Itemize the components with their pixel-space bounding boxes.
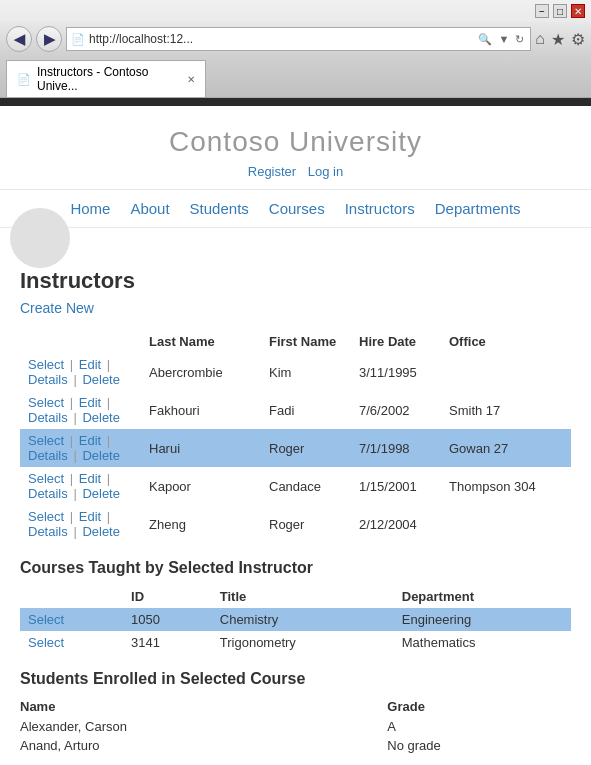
- tab-favicon: 📄: [17, 73, 31, 86]
- courses-actions-header: [20, 585, 123, 608]
- edit-link-4[interactable]: Edit: [79, 509, 101, 524]
- instructor-actions-4: Select | Edit | Details | Delete: [20, 505, 141, 543]
- login-link[interactable]: Log in: [308, 164, 343, 179]
- site-title: Contoso University: [0, 126, 591, 158]
- students-table: Name Grade Alexander, Carson A Anand, Ar…: [20, 696, 571, 755]
- nav-instructors[interactable]: Instructors: [345, 200, 415, 217]
- select-link-4[interactable]: Select: [28, 509, 64, 524]
- active-tab[interactable]: 📄 Instructors - Contoso Unive... ✕: [6, 60, 206, 97]
- forward-button[interactable]: ▶: [36, 26, 62, 52]
- address-bar[interactable]: 📄 http://localhost:12... 🔍 ▼ ↻: [66, 27, 531, 51]
- instructor-row-1: Select | Edit | Details | Delete Fakhour…: [20, 391, 571, 429]
- maximize-button[interactable]: □: [553, 4, 567, 18]
- page-content: Contoso University Register Log in Home …: [0, 106, 591, 765]
- instructor-row-2: Select | Edit | Details | Delete Harui R…: [20, 429, 571, 467]
- hiredate-3: 1/15/2001: [351, 467, 441, 505]
- details-link-0[interactable]: Details: [28, 372, 68, 387]
- toolbar-icons: ⌂ ★ ⚙: [535, 30, 585, 49]
- instructor-row-0: Select | Edit | Details | Delete Abercro…: [20, 353, 571, 391]
- nav-departments[interactable]: Departments: [435, 200, 521, 217]
- details-link-4[interactable]: Details: [28, 524, 68, 539]
- col-actions-header: [20, 330, 141, 353]
- instructor-actions-3: Select | Edit | Details | Delete: [20, 467, 141, 505]
- hiredate-4: 2/12/2004: [351, 505, 441, 543]
- delete-link-4[interactable]: Delete: [82, 524, 120, 539]
- edit-link-2[interactable]: Edit: [79, 433, 101, 448]
- details-link-3[interactable]: Details: [28, 486, 68, 501]
- delete-link-1[interactable]: Delete: [82, 410, 120, 425]
- col-student-name-header: Name: [20, 696, 387, 717]
- minimize-button[interactable]: −: [535, 4, 549, 18]
- nav-courses[interactable]: Courses: [269, 200, 325, 217]
- nav-students[interactable]: Students: [190, 200, 249, 217]
- col-office-header: Office: [441, 330, 571, 353]
- col-title-header: Title: [212, 585, 394, 608]
- address-search-icon[interactable]: 🔍: [476, 33, 494, 46]
- course-row-0: Select 1050 Chemistry Engineering: [20, 608, 571, 631]
- site-header: Contoso University Register Log in: [0, 106, 591, 189]
- student-grade-0: A: [387, 717, 571, 736]
- course-dept-1: Mathematics: [394, 631, 571, 654]
- lastname-4: Zheng: [141, 505, 261, 543]
- select-link-0[interactable]: Select: [28, 357, 64, 372]
- course-select-link-1[interactable]: Select: [28, 635, 64, 650]
- col-firstname-header: First Name: [261, 330, 351, 353]
- col-hiredate-header: Hire Date: [351, 330, 441, 353]
- delete-link-3[interactable]: Delete: [82, 486, 120, 501]
- instructor-row-4: Select | Edit | Details | Delete Zheng R…: [20, 505, 571, 543]
- select-link-1[interactable]: Select: [28, 395, 64, 410]
- nav-home[interactable]: Home: [70, 200, 110, 217]
- browser-chrome: − □ ✕ ◀ ▶ 📄 http://localhost:12... 🔍 ▼ ↻…: [0, 0, 591, 98]
- details-link-1[interactable]: Details: [28, 410, 68, 425]
- register-link[interactable]: Register: [248, 164, 296, 179]
- title-bar: − □ ✕: [0, 0, 591, 22]
- office-3: Thompson 304: [441, 467, 571, 505]
- student-name-1: Anand, Arturo: [20, 736, 387, 755]
- home-icon[interactable]: ⌂: [535, 30, 545, 48]
- delete-link-2[interactable]: Delete: [82, 448, 120, 463]
- create-new-link[interactable]: Create New: [20, 300, 94, 316]
- chrome-divider: [0, 98, 591, 106]
- circle-decoration: [0, 228, 591, 258]
- office-4: [441, 505, 571, 543]
- firstname-4: Roger: [261, 505, 351, 543]
- course-title-1: Trigonometry: [212, 631, 394, 654]
- firstname-1: Fadi: [261, 391, 351, 429]
- course-dept-0: Engineering: [394, 608, 571, 631]
- col-lastname-header: Last Name: [141, 330, 261, 353]
- student-name-0: Alexander, Carson: [20, 717, 387, 736]
- lastname-3: Kapoor: [141, 467, 261, 505]
- col-dept-header: Department: [394, 585, 571, 608]
- edit-link-1[interactable]: Edit: [79, 395, 101, 410]
- instructor-actions-0: Select | Edit | Details | Delete: [20, 353, 141, 391]
- select-link-3[interactable]: Select: [28, 471, 64, 486]
- details-link-2[interactable]: Details: [28, 448, 68, 463]
- edit-link-3[interactable]: Edit: [79, 471, 101, 486]
- favorites-icon[interactable]: ★: [551, 30, 565, 49]
- address-dropdown-icon[interactable]: ▼: [496, 33, 511, 46]
- office-1: Smith 17: [441, 391, 571, 429]
- edit-link-0[interactable]: Edit: [79, 357, 101, 372]
- nav-about[interactable]: About: [130, 200, 169, 217]
- select-link-2[interactable]: Select: [28, 433, 64, 448]
- delete-link-0[interactable]: Delete: [82, 372, 120, 387]
- settings-icon[interactable]: ⚙: [571, 30, 585, 49]
- address-text: http://localhost:12...: [89, 32, 472, 46]
- instructor-actions-2: Select | Edit | Details | Delete: [20, 429, 141, 467]
- tab-label: Instructors - Contoso Unive...: [37, 65, 181, 93]
- office-2: Gowan 27: [441, 429, 571, 467]
- hiredate-0: 3/11/1995: [351, 353, 441, 391]
- students-section-heading: Students Enrolled in Selected Course: [20, 670, 571, 688]
- firstname-0: Kim: [261, 353, 351, 391]
- close-button[interactable]: ✕: [571, 4, 585, 18]
- tab-close-button[interactable]: ✕: [187, 74, 195, 85]
- course-select-link-0[interactable]: Select: [28, 612, 64, 627]
- col-student-grade-header: Grade: [387, 696, 571, 717]
- firstname-3: Candace: [261, 467, 351, 505]
- back-button[interactable]: ◀: [6, 26, 32, 52]
- course-actions-1: Select: [20, 631, 123, 654]
- address-refresh-icon[interactable]: ↻: [513, 33, 526, 46]
- courses-table: ID Title Department Select 1050 Chemistr…: [20, 585, 571, 654]
- tab-bar: 📄 Instructors - Contoso Unive... ✕: [0, 56, 591, 97]
- hiredate-2: 7/1/1998: [351, 429, 441, 467]
